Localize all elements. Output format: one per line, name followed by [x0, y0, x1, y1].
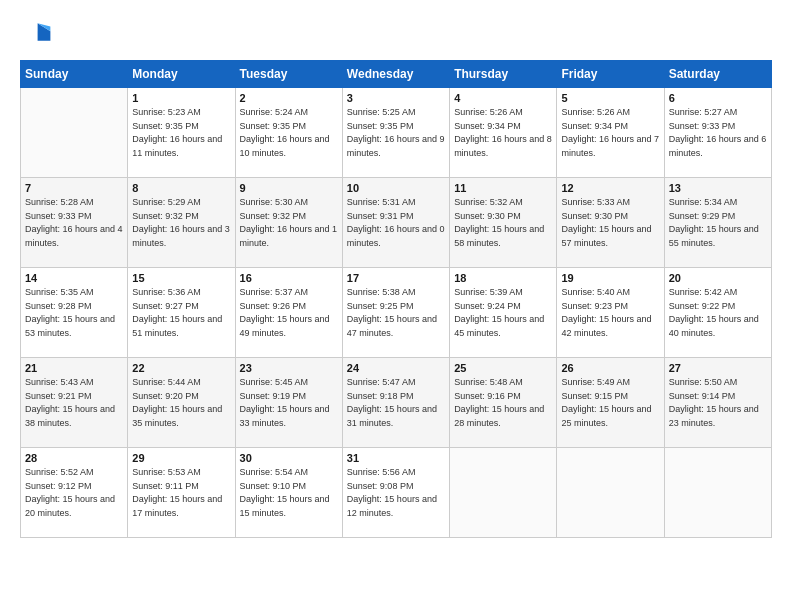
day-info: Sunrise: 5:43 AMSunset: 9:21 PMDaylight:…	[25, 376, 123, 430]
calendar-cell: 6Sunrise: 5:27 AMSunset: 9:33 PMDaylight…	[664, 88, 771, 178]
calendar-cell: 22Sunrise: 5:44 AMSunset: 9:20 PMDayligh…	[128, 358, 235, 448]
day-info: Sunrise: 5:25 AMSunset: 9:35 PMDaylight:…	[347, 106, 445, 160]
day-number: 12	[561, 182, 659, 194]
day-number: 22	[132, 362, 230, 374]
calendar-cell: 1Sunrise: 5:23 AMSunset: 9:35 PMDaylight…	[128, 88, 235, 178]
logo	[20, 20, 56, 44]
calendar-cell	[450, 448, 557, 538]
calendar-cell: 31Sunrise: 5:56 AMSunset: 9:08 PMDayligh…	[342, 448, 449, 538]
calendar-cell: 27Sunrise: 5:50 AMSunset: 9:14 PMDayligh…	[664, 358, 771, 448]
day-number: 26	[561, 362, 659, 374]
week-row-2: 7Sunrise: 5:28 AMSunset: 9:33 PMDaylight…	[21, 178, 772, 268]
calendar-cell: 15Sunrise: 5:36 AMSunset: 9:27 PMDayligh…	[128, 268, 235, 358]
day-info: Sunrise: 5:36 AMSunset: 9:27 PMDaylight:…	[132, 286, 230, 340]
weekday-header-wednesday: Wednesday	[342, 61, 449, 88]
day-info: Sunrise: 5:29 AMSunset: 9:32 PMDaylight:…	[132, 196, 230, 250]
day-number: 29	[132, 452, 230, 464]
calendar-cell: 4Sunrise: 5:26 AMSunset: 9:34 PMDaylight…	[450, 88, 557, 178]
day-info: Sunrise: 5:34 AMSunset: 9:29 PMDaylight:…	[669, 196, 767, 250]
calendar-cell: 29Sunrise: 5:53 AMSunset: 9:11 PMDayligh…	[128, 448, 235, 538]
day-number: 15	[132, 272, 230, 284]
day-number: 14	[25, 272, 123, 284]
calendar-cell: 14Sunrise: 5:35 AMSunset: 9:28 PMDayligh…	[21, 268, 128, 358]
calendar-cell	[664, 448, 771, 538]
day-info: Sunrise: 5:49 AMSunset: 9:15 PMDaylight:…	[561, 376, 659, 430]
calendar-cell: 5Sunrise: 5:26 AMSunset: 9:34 PMDaylight…	[557, 88, 664, 178]
day-number: 4	[454, 92, 552, 104]
day-info: Sunrise: 5:52 AMSunset: 9:12 PMDaylight:…	[25, 466, 123, 520]
day-number: 19	[561, 272, 659, 284]
calendar-cell: 2Sunrise: 5:24 AMSunset: 9:35 PMDaylight…	[235, 88, 342, 178]
day-info: Sunrise: 5:40 AMSunset: 9:23 PMDaylight:…	[561, 286, 659, 340]
week-row-5: 28Sunrise: 5:52 AMSunset: 9:12 PMDayligh…	[21, 448, 772, 538]
weekday-header-friday: Friday	[557, 61, 664, 88]
day-number: 6	[669, 92, 767, 104]
day-info: Sunrise: 5:26 AMSunset: 9:34 PMDaylight:…	[561, 106, 659, 160]
calendar-cell: 12Sunrise: 5:33 AMSunset: 9:30 PMDayligh…	[557, 178, 664, 268]
week-row-4: 21Sunrise: 5:43 AMSunset: 9:21 PMDayligh…	[21, 358, 772, 448]
logo-icon	[20, 20, 52, 44]
weekday-header-tuesday: Tuesday	[235, 61, 342, 88]
weekday-header-saturday: Saturday	[664, 61, 771, 88]
day-info: Sunrise: 5:48 AMSunset: 9:16 PMDaylight:…	[454, 376, 552, 430]
day-number: 23	[240, 362, 338, 374]
calendar-cell: 20Sunrise: 5:42 AMSunset: 9:22 PMDayligh…	[664, 268, 771, 358]
weekday-header-monday: Monday	[128, 61, 235, 88]
day-number: 25	[454, 362, 552, 374]
page-header	[20, 20, 772, 44]
day-number: 9	[240, 182, 338, 194]
day-info: Sunrise: 5:26 AMSunset: 9:34 PMDaylight:…	[454, 106, 552, 160]
day-info: Sunrise: 5:47 AMSunset: 9:18 PMDaylight:…	[347, 376, 445, 430]
day-info: Sunrise: 5:23 AMSunset: 9:35 PMDaylight:…	[132, 106, 230, 160]
calendar-cell: 7Sunrise: 5:28 AMSunset: 9:33 PMDaylight…	[21, 178, 128, 268]
day-info: Sunrise: 5:44 AMSunset: 9:20 PMDaylight:…	[132, 376, 230, 430]
calendar-cell: 10Sunrise: 5:31 AMSunset: 9:31 PMDayligh…	[342, 178, 449, 268]
day-number: 27	[669, 362, 767, 374]
day-info: Sunrise: 5:54 AMSunset: 9:10 PMDaylight:…	[240, 466, 338, 520]
calendar-cell: 18Sunrise: 5:39 AMSunset: 9:24 PMDayligh…	[450, 268, 557, 358]
calendar-cell	[21, 88, 128, 178]
day-number: 7	[25, 182, 123, 194]
calendar-cell: 17Sunrise: 5:38 AMSunset: 9:25 PMDayligh…	[342, 268, 449, 358]
calendar-cell: 24Sunrise: 5:47 AMSunset: 9:18 PMDayligh…	[342, 358, 449, 448]
day-number: 28	[25, 452, 123, 464]
calendar-table: SundayMondayTuesdayWednesdayThursdayFrid…	[20, 60, 772, 538]
day-info: Sunrise: 5:56 AMSunset: 9:08 PMDaylight:…	[347, 466, 445, 520]
day-number: 11	[454, 182, 552, 194]
calendar-cell: 13Sunrise: 5:34 AMSunset: 9:29 PMDayligh…	[664, 178, 771, 268]
calendar-cell: 3Sunrise: 5:25 AMSunset: 9:35 PMDaylight…	[342, 88, 449, 178]
calendar-cell: 11Sunrise: 5:32 AMSunset: 9:30 PMDayligh…	[450, 178, 557, 268]
day-number: 2	[240, 92, 338, 104]
calendar-cell: 21Sunrise: 5:43 AMSunset: 9:21 PMDayligh…	[21, 358, 128, 448]
day-info: Sunrise: 5:50 AMSunset: 9:14 PMDaylight:…	[669, 376, 767, 430]
calendar-cell: 23Sunrise: 5:45 AMSunset: 9:19 PMDayligh…	[235, 358, 342, 448]
day-info: Sunrise: 5:27 AMSunset: 9:33 PMDaylight:…	[669, 106, 767, 160]
day-number: 20	[669, 272, 767, 284]
day-number: 21	[25, 362, 123, 374]
day-info: Sunrise: 5:39 AMSunset: 9:24 PMDaylight:…	[454, 286, 552, 340]
week-row-3: 14Sunrise: 5:35 AMSunset: 9:28 PMDayligh…	[21, 268, 772, 358]
day-number: 8	[132, 182, 230, 194]
calendar-cell: 26Sunrise: 5:49 AMSunset: 9:15 PMDayligh…	[557, 358, 664, 448]
day-number: 17	[347, 272, 445, 284]
day-number: 10	[347, 182, 445, 194]
day-number: 16	[240, 272, 338, 284]
day-info: Sunrise: 5:37 AMSunset: 9:26 PMDaylight:…	[240, 286, 338, 340]
weekday-header-row: SundayMondayTuesdayWednesdayThursdayFrid…	[21, 61, 772, 88]
calendar-cell: 28Sunrise: 5:52 AMSunset: 9:12 PMDayligh…	[21, 448, 128, 538]
day-info: Sunrise: 5:42 AMSunset: 9:22 PMDaylight:…	[669, 286, 767, 340]
week-row-1: 1Sunrise: 5:23 AMSunset: 9:35 PMDaylight…	[21, 88, 772, 178]
calendar-cell: 16Sunrise: 5:37 AMSunset: 9:26 PMDayligh…	[235, 268, 342, 358]
calendar-cell: 30Sunrise: 5:54 AMSunset: 9:10 PMDayligh…	[235, 448, 342, 538]
calendar-cell: 25Sunrise: 5:48 AMSunset: 9:16 PMDayligh…	[450, 358, 557, 448]
day-number: 5	[561, 92, 659, 104]
day-number: 3	[347, 92, 445, 104]
day-info: Sunrise: 5:45 AMSunset: 9:19 PMDaylight:…	[240, 376, 338, 430]
day-number: 24	[347, 362, 445, 374]
day-number: 30	[240, 452, 338, 464]
day-info: Sunrise: 5:33 AMSunset: 9:30 PMDaylight:…	[561, 196, 659, 250]
day-info: Sunrise: 5:53 AMSunset: 9:11 PMDaylight:…	[132, 466, 230, 520]
day-info: Sunrise: 5:35 AMSunset: 9:28 PMDaylight:…	[25, 286, 123, 340]
day-info: Sunrise: 5:28 AMSunset: 9:33 PMDaylight:…	[25, 196, 123, 250]
day-info: Sunrise: 5:38 AMSunset: 9:25 PMDaylight:…	[347, 286, 445, 340]
